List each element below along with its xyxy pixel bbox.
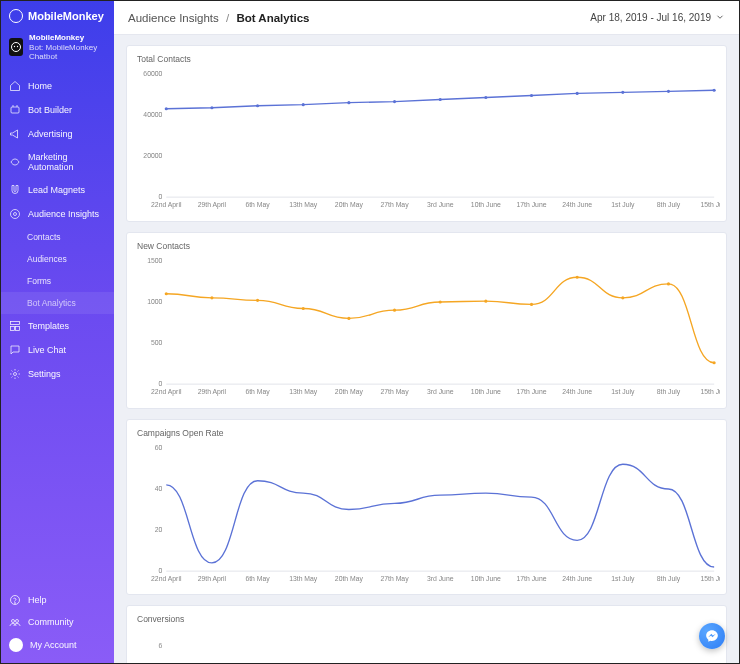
breadcrumb-sep: / [226, 12, 229, 24]
svg-point-57 [484, 299, 487, 302]
nav-account-label: My Account [30, 640, 77, 650]
svg-text:40000: 40000 [143, 111, 162, 118]
messenger-fab[interactable] [699, 623, 725, 649]
svg-point-30 [667, 90, 670, 93]
svg-point-31 [713, 89, 716, 92]
svg-text:6th May: 6th May [245, 201, 270, 209]
svg-text:29th April: 29th April [198, 388, 227, 396]
svg-text:17th June: 17th June [517, 574, 547, 581]
svg-point-58 [530, 303, 533, 306]
svg-point-13 [16, 620, 19, 623]
svg-point-5 [11, 209, 20, 218]
content-scroll[interactable]: Total Contacts 020000400006000022nd Apri… [114, 35, 739, 663]
bot-builder-icon [9, 104, 21, 116]
chart-campaigns-open-rate: 020406022nd April29th April6th May13th M… [133, 442, 720, 589]
chart-card-campaigns-open-rate: Campaigns Open Rate 020406022nd April29t… [126, 419, 727, 596]
svg-text:20th May: 20th May [335, 201, 364, 209]
svg-point-53 [302, 307, 305, 310]
svg-point-27 [530, 94, 533, 97]
brand-name: MobileMonkey [28, 10, 104, 22]
svg-point-21 [256, 104, 259, 107]
settings-icon [9, 368, 21, 380]
chart-title: Conversions [137, 614, 720, 624]
brand-logo-icon [9, 9, 23, 23]
community-icon [9, 616, 21, 628]
svg-text:6: 6 [159, 642, 163, 649]
nav-advertising[interactable]: Advertising [1, 122, 114, 146]
live-chat-icon [9, 344, 21, 356]
bot-avatar-icon [9, 38, 23, 56]
nav-audiences[interactable]: Audiences [1, 248, 114, 270]
svg-text:1st July: 1st July [611, 388, 635, 396]
home-icon [9, 80, 21, 92]
svg-text:20th May: 20th May [335, 574, 364, 582]
svg-text:22nd April: 22nd April [151, 201, 182, 209]
nav-my-account[interactable]: My Account [1, 633, 114, 657]
svg-point-25 [439, 98, 442, 101]
nav-help[interactable]: Help [1, 589, 114, 611]
nav-forms[interactable]: Forms [1, 270, 114, 292]
nav-bot-builder[interactable]: Bot Builder [1, 98, 114, 122]
chart-card-new-contacts: New Contacts 05001000150022nd April29th … [126, 232, 727, 409]
svg-text:15th July: 15th July [700, 201, 720, 209]
svg-text:6th May: 6th May [245, 388, 270, 396]
svg-text:10th June: 10th June [471, 388, 501, 395]
nav-lead-magnets-label: Lead Magnets [28, 185, 85, 195]
svg-text:500: 500 [151, 339, 163, 346]
nav-templates[interactable]: Templates [1, 314, 114, 338]
svg-text:24th June: 24th June [562, 388, 592, 395]
svg-point-50 [165, 292, 168, 295]
svg-text:27th May: 27th May [380, 201, 409, 209]
svg-rect-3 [11, 107, 19, 113]
svg-text:8th July: 8th July [657, 388, 681, 396]
svg-point-51 [210, 296, 213, 299]
nav-community[interactable]: Community [1, 611, 114, 633]
chart-card-conversions: Conversions 46 [126, 605, 727, 663]
svg-point-1 [14, 46, 15, 47]
nav-contacts[interactable]: Contacts [1, 226, 114, 248]
nav-advertising-label: Advertising [28, 129, 73, 139]
svg-text:15th July: 15th July [700, 388, 720, 396]
bot-name: MobileMonkey [29, 33, 106, 43]
bot-sub: Bot: MobileMonkey Chatbot [29, 43, 106, 62]
chart-card-total-contacts: Total Contacts 020000400006000022nd Apri… [126, 45, 727, 222]
svg-rect-8 [16, 326, 20, 330]
audience-insights-icon [9, 208, 21, 220]
svg-text:29th April: 29th April [198, 574, 227, 582]
chart-total-contacts: 020000400006000022nd April29th April6th … [133, 68, 720, 215]
svg-point-23 [347, 101, 350, 104]
svg-text:3rd June: 3rd June [427, 388, 454, 395]
nav-home-label: Home [28, 81, 52, 91]
bot-selector[interactable]: MobileMonkey Bot: MobileMonkey Chatbot [1, 29, 114, 70]
chevron-down-icon [715, 12, 725, 24]
nav-help-label: Help [28, 595, 47, 605]
main-area: Audience Insights / Bot Analytics Apr 18… [114, 1, 739, 663]
svg-text:0: 0 [159, 567, 163, 574]
lead-magnets-icon [9, 184, 21, 196]
svg-point-4 [14, 212, 17, 215]
nav-live-chat[interactable]: Live Chat [1, 338, 114, 362]
svg-text:8th July: 8th July [657, 574, 681, 582]
nav-home[interactable]: Home [1, 74, 114, 98]
date-range-label: Apr 18, 2019 - Jul 16, 2019 [590, 12, 711, 23]
nav-lead-magnets[interactable]: Lead Magnets [1, 178, 114, 202]
nav-audience-insights[interactable]: Audience Insights [1, 202, 114, 226]
svg-text:1500: 1500 [147, 257, 162, 264]
breadcrumb-1: Audience Insights [128, 12, 219, 24]
nav-marketing-automation[interactable]: Marketing Automation [1, 146, 114, 178]
nav-settings[interactable]: Settings [1, 362, 114, 386]
breadcrumb-2: Bot Analytics [236, 12, 309, 24]
svg-text:40: 40 [155, 484, 163, 491]
svg-point-55 [393, 308, 396, 311]
svg-point-61 [667, 282, 670, 285]
svg-text:0: 0 [159, 193, 163, 200]
brand-row: MobileMonkey [1, 1, 114, 29]
chart-conversions: 46 [133, 628, 720, 663]
nav-bot-analytics[interactable]: Bot Analytics [1, 292, 114, 314]
date-range-picker[interactable]: Apr 18, 2019 - Jul 16, 2019 [590, 12, 725, 24]
svg-text:3rd June: 3rd June [427, 574, 454, 581]
nav-audience-insights-label: Audience Insights [28, 209, 99, 219]
chart-title: New Contacts [137, 241, 720, 251]
svg-text:1st July: 1st July [611, 201, 635, 209]
svg-text:20th May: 20th May [335, 388, 364, 396]
